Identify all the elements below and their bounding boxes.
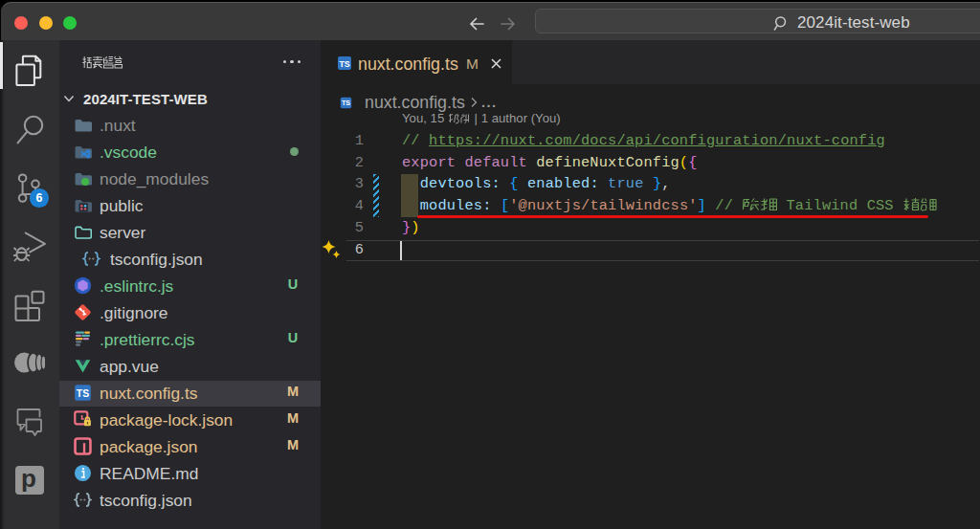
svg-text:TS: TS (342, 99, 350, 107)
svg-text:TS: TS (77, 388, 89, 399)
svg-text:TS: TS (339, 59, 349, 69)
